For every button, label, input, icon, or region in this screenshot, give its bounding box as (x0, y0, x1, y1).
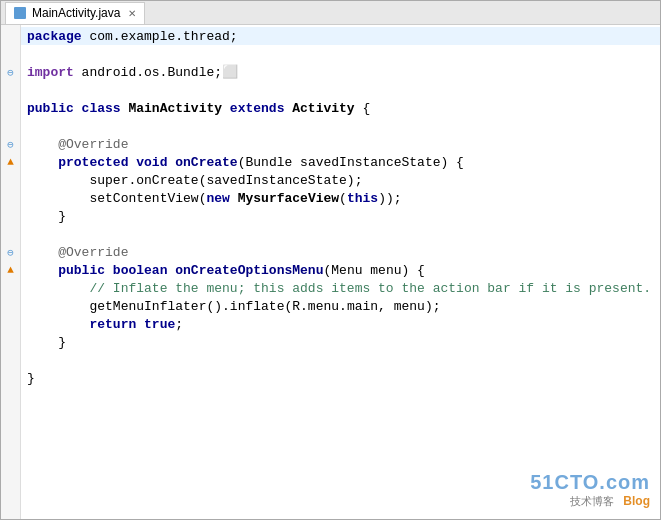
gutter-cell (1, 333, 20, 351)
arrow-icon: ▲ (7, 156, 14, 168)
watermark-sub: 技术博客 Blog (530, 494, 650, 509)
gutter-cell (1, 27, 20, 45)
java-file-icon (14, 7, 26, 19)
gutter-cell: ▲ (1, 153, 20, 171)
code-line (21, 351, 660, 369)
gutter-cell: ▲ (1, 261, 20, 279)
watermark-main: 51CTO.com (530, 471, 650, 494)
arrow-icon: ▲ (7, 264, 14, 276)
tab-bar: MainActivity.java ✕ (1, 1, 660, 25)
gutter-cell (1, 315, 20, 333)
code-line: @Override (21, 243, 660, 261)
gutter-cell (1, 117, 20, 135)
gutter-cell (1, 207, 20, 225)
code-area[interactable]: package com.example.thread; import andro… (21, 25, 660, 519)
code-line: } (21, 207, 660, 225)
gutter-cell (1, 45, 20, 63)
code-line: package com.example.thread; (21, 27, 660, 45)
tab-close-icon[interactable]: ✕ (128, 8, 136, 19)
gutter: ⊖⊖▲⊖▲ (1, 25, 21, 519)
gutter-cell: ⊖ (1, 243, 20, 261)
code-line (21, 423, 660, 441)
code-line: // Inflate the menu; this adds items to … (21, 279, 660, 297)
code-line: return true; (21, 315, 660, 333)
code-line: @Override (21, 135, 660, 153)
gutter-cell (1, 369, 20, 387)
code-line (21, 117, 660, 135)
gutter-cell (1, 387, 20, 405)
code-line: public class MainActivity extends Activi… (21, 99, 660, 117)
code-line: setContentView(new MysurfaceView(this)); (21, 189, 660, 207)
gutter-cell: ⊖ (1, 135, 20, 153)
code-line: public boolean onCreateOptionsMenu(Menu … (21, 261, 660, 279)
code-line: import android.os.Bundle;⬜ (21, 63, 660, 81)
code-line (21, 81, 660, 99)
gutter-cell (1, 423, 20, 441)
collapse-icon[interactable]: ⊖ (7, 66, 14, 79)
gutter-cell (1, 297, 20, 315)
editor-window: MainActivity.java ✕ ⊖⊖▲⊖▲ package com.ex… (0, 0, 661, 520)
collapse-icon[interactable]: ⊖ (7, 246, 14, 259)
gutter-cell (1, 189, 20, 207)
collapse-icon[interactable]: ⊖ (7, 138, 14, 151)
code-line (21, 45, 660, 63)
code-line: } (21, 369, 660, 387)
code-line: protected void onCreate(Bundle savedInst… (21, 153, 660, 171)
gutter-cell (1, 351, 20, 369)
tab-label: MainActivity.java (32, 6, 120, 20)
code-line: super.onCreate(savedInstanceState); (21, 171, 660, 189)
file-tab[interactable]: MainActivity.java ✕ (5, 2, 145, 24)
code-line (21, 225, 660, 243)
gutter-cell (1, 171, 20, 189)
watermark: 51CTO.com 技术博客 Blog (530, 471, 650, 509)
gutter-cell: ⊖ (1, 63, 20, 81)
editor-body: ⊖⊖▲⊖▲ package com.example.thread; import… (1, 25, 660, 519)
gutter-cell (1, 405, 20, 423)
code-line: getMenuInflater().inflate(R.menu.main, m… (21, 297, 660, 315)
code-line (21, 405, 660, 423)
gutter-cell (1, 99, 20, 117)
code-line: } (21, 333, 660, 351)
gutter-cell (1, 279, 20, 297)
code-line (21, 387, 660, 405)
gutter-cell (1, 225, 20, 243)
gutter-cell (1, 81, 20, 99)
